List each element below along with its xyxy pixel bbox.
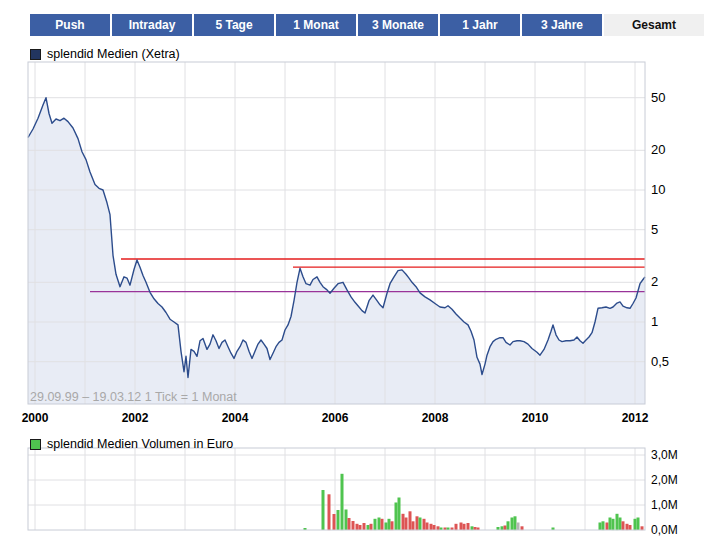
volume-bar <box>391 521 394 530</box>
volume-bar <box>616 514 619 530</box>
volume-bar <box>402 514 405 530</box>
volume-y-axis-label: 0,0M <box>651 523 678 537</box>
volume-bar <box>363 523 366 530</box>
volume-bar <box>430 524 433 530</box>
volume-bar <box>359 525 362 530</box>
period-tabbar: PushIntraday5 Tage1 Monat3 Monate1 Jahr3… <box>0 14 704 36</box>
x-axis-label: 2012 <box>622 411 649 425</box>
tab-3-jahre[interactable]: 3 Jahre <box>522 14 602 36</box>
volume-bar <box>322 490 325 530</box>
tab-gesamt[interactable]: Gesamt <box>604 14 704 36</box>
volume-bar <box>412 521 415 530</box>
volume-bar <box>388 519 391 530</box>
tab-intraday[interactable]: Intraday <box>112 14 192 36</box>
price-y-axis-label: 1 <box>651 314 658 329</box>
x-axis-label: 2000 <box>22 411 49 425</box>
volume-bar <box>395 503 398 531</box>
volume-bar <box>609 518 612 531</box>
volume-bar <box>348 518 351 530</box>
volume-bar <box>370 524 373 530</box>
volume-bar <box>637 518 640 531</box>
price-y-axis-label: 50 <box>651 90 665 105</box>
volume-bar <box>352 521 355 530</box>
volume-bar <box>606 523 609 531</box>
price-legend: splendid Medien (Xetra) <box>30 47 180 61</box>
volume-bar <box>599 523 602 531</box>
volume-bar <box>398 498 401 531</box>
volume-bar <box>460 523 463 531</box>
price-y-axis-label: 0,5 <box>651 354 669 369</box>
volume-bar <box>507 521 510 530</box>
volume-bar <box>374 519 377 530</box>
volume-bar <box>626 524 629 530</box>
tab-5-tage[interactable]: 5 Tage <box>194 14 274 36</box>
tab-1-monat[interactable]: 1 Monat <box>276 14 356 36</box>
volume-bar <box>381 519 384 530</box>
volume-bar <box>426 523 429 531</box>
tab-1-jahr[interactable]: 1 Jahr <box>440 14 520 36</box>
volume-bar <box>629 525 632 530</box>
volume-bar <box>511 518 514 531</box>
volume-bar <box>337 510 340 530</box>
volume-bar <box>619 518 622 531</box>
volume-bar <box>612 519 615 530</box>
price-y-axis-label: 2 <box>651 274 658 289</box>
tab-push[interactable]: Push <box>30 14 110 36</box>
volume-y-axis-label: 2,0M <box>651 473 678 487</box>
chart-canvas: 29.09.99 – 19.03.12 1 Tick = 1 Monat5020… <box>0 0 704 545</box>
volume-bar <box>514 516 517 530</box>
volume-bar <box>328 494 331 530</box>
volume-bar <box>419 518 422 531</box>
volume-y-axis-label: 1,0M <box>651 498 678 512</box>
volume-bar <box>433 525 436 530</box>
x-axis-label: 2002 <box>122 411 149 425</box>
price-series-swatch <box>30 49 41 60</box>
volume-bar <box>463 524 466 530</box>
tab-3-monate[interactable]: 3 Monate <box>358 14 438 36</box>
chart-watermark: 29.09.99 – 19.03.12 1 Tick = 1 Monat <box>30 390 237 404</box>
x-axis-label: 2008 <box>422 411 449 425</box>
volume-bar <box>409 511 412 530</box>
volume-legend: splendid Medien Volumen in Euro <box>30 437 233 451</box>
volume-bar <box>333 514 336 530</box>
stock-chart-widget: 29.09.99 – 19.03.12 1 Tick = 1 Monat5020… <box>0 0 704 545</box>
volume-series-swatch <box>30 439 41 450</box>
volume-bar <box>504 526 507 531</box>
x-axis-label: 2006 <box>322 411 349 425</box>
volume-bar <box>602 521 605 530</box>
volume-bar <box>634 519 637 530</box>
price-y-axis-label: 20 <box>651 142 665 157</box>
volume-bar <box>367 525 370 530</box>
volume-legend-label: splendid Medien Volumen in Euro <box>47 437 233 451</box>
volume-bar <box>416 516 419 530</box>
volume-bar <box>423 519 426 530</box>
x-axis-label: 2010 <box>522 411 549 425</box>
x-axis-label: 2004 <box>222 411 249 425</box>
volume-bar <box>517 523 520 531</box>
volume-bar <box>378 518 381 531</box>
volume-bar <box>356 524 359 530</box>
volume-bar <box>385 523 388 531</box>
volume-bar <box>455 524 458 530</box>
price-legend-label: splendid Medien (Xetra) <box>47 47 180 61</box>
volume-bar <box>341 474 344 530</box>
volume-bar <box>622 521 625 530</box>
volume-y-axis-label: 3,0M <box>651 448 678 462</box>
volume-bar <box>345 510 348 531</box>
volume-bar <box>405 518 408 531</box>
price-y-axis-label: 5 <box>651 222 658 237</box>
price-y-axis-label: 10 <box>651 182 665 197</box>
volume-bar <box>467 523 470 530</box>
